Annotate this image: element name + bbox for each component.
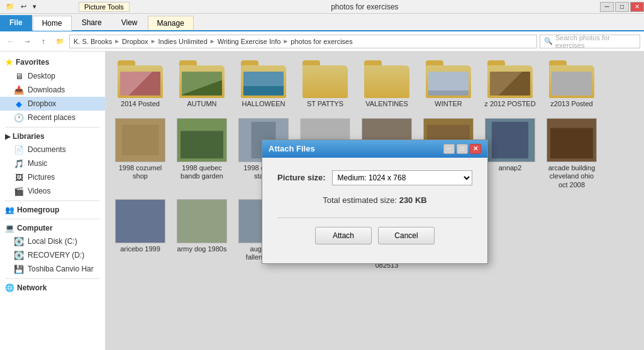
favorites-label: Favorites (16, 58, 49, 67)
documents-label: Documents (28, 145, 66, 154)
sidebar-item-videos[interactable]: 🎬 Videos (0, 184, 105, 198)
tab-home[interactable]: Home (33, 16, 72, 31)
network-label: Network (17, 283, 47, 292)
homegroup-header[interactable]: 👥 Homegroup (0, 204, 105, 216)
path-icon: 📁 (53, 35, 67, 48)
picture-size-label: Picture size: (277, 173, 326, 182)
sidebar-item-music[interactable]: 🎵 Music (0, 156, 105, 170)
breadcrumb-ks-brooks[interactable]: K. S. Brooks (74, 38, 112, 45)
sidebar-item-documents[interactable]: 📄 Documents (0, 143, 105, 156)
total-size-info: Total estimated size: 230 KB (277, 195, 472, 205)
ribbon: File Home Share View Manage (0, 14, 644, 31)
search-icon: 🔍 (544, 37, 553, 45)
picture-tools-label: Picture Tools (79, 2, 130, 12)
attach-files-dialog: Attach Files ─ □ ✕ Picture size: Medium:… (262, 139, 488, 264)
tab-share[interactable]: Share (72, 15, 111, 30)
folder-icon: 📁 (4, 3, 16, 11)
close-button[interactable]: ✕ (630, 2, 644, 12)
picture-size-row: Picture size: Medium: 1024 x 768 Small: … (277, 170, 472, 185)
favorites-header[interactable]: ★ Favorites (0, 55, 105, 69)
divider1 (5, 127, 100, 128)
minimize-button[interactable]: ─ (600, 2, 614, 12)
modal-minimize-button[interactable]: ─ (443, 144, 455, 154)
network-icon: 🌐 (5, 283, 14, 292)
sidebar-item-dropbox[interactable]: ◆ Dropbox (0, 97, 105, 111)
videos-icon: 🎬 (14, 186, 24, 196)
computer-label: Computer (17, 224, 53, 232)
libraries-icon: ▶ (5, 133, 10, 141)
divider2 (5, 200, 100, 201)
cancel-button[interactable]: Cancel (378, 227, 435, 244)
documents-icon: 📄 (14, 145, 24, 155)
total-size-label: Total estimated size: (323, 195, 397, 205)
window-controls: ─ □ ✕ (600, 2, 644, 12)
desktop-label: Desktop (28, 72, 55, 80)
downloads-icon: 📥 (14, 85, 24, 95)
pictures-label: Pictures (28, 173, 55, 182)
modal-title-controls: ─ □ ✕ (443, 144, 481, 154)
dropbox-label: Dropbox (28, 99, 56, 108)
modal-title-bar: Attach Files ─ □ ✕ (262, 140, 487, 158)
computer-header[interactable]: 💻 Computer (0, 222, 105, 234)
tab-file[interactable]: File (0, 15, 32, 30)
sidebar-item-toshiba[interactable]: 💾 Toshiba Canvio Har (0, 262, 105, 276)
sidebar-network: 🌐 Network (0, 282, 105, 294)
sidebar-favorites: ★ Favorites 🖥 Desktop 📥 Downloads ◆ Drop… (0, 55, 105, 124)
title-bar: 📁 ↩ ▾ Picture Tools photos for exercises… (0, 0, 644, 14)
modal-body: Picture size: Medium: 1024 x 768 Small: … (262, 158, 487, 263)
picture-size-select[interactable]: Medium: 1024 x 768 Small: 640 x 480 Larg… (332, 170, 472, 185)
maximize-button[interactable]: □ (615, 2, 629, 12)
sidebar-homegroup: 👥 Homegroup (0, 204, 105, 216)
breadcrumb-photos-for-exercises[interactable]: photos for exercises (291, 38, 352, 45)
breadcrumb-dropbox[interactable]: Dropbox (122, 38, 148, 45)
sidebar-item-recent-places[interactable]: 🕐 Recent places (0, 111, 105, 124)
recovery-disk-icon: 💽 (14, 250, 24, 260)
recovery-label: RECOVERY (D:) (28, 251, 84, 260)
music-icon: 🎵 (14, 158, 24, 168)
ribbon-tabs: File Home Share View Manage (0, 14, 644, 30)
divider4 (5, 278, 100, 279)
sep4: ► (282, 38, 289, 45)
total-size-value: 230 KB (399, 195, 427, 205)
dropdown-btn[interactable]: ▾ (31, 3, 38, 11)
recent-places-icon: 🕐 (14, 112, 24, 123)
modal-overlay: Attach Files ─ □ ✕ Picture size: Medium:… (106, 52, 644, 350)
desktop-icon: 🖥 (14, 71, 24, 81)
sidebar: ★ Favorites 🖥 Desktop 📥 Downloads ◆ Drop… (0, 52, 106, 350)
breadcrumb[interactable]: K. S. Brooks ► Dropbox ► Indies Unlimite… (69, 35, 537, 48)
sidebar-libraries: ▶ Libraries 📄 Documents 🎵 Music 🖼 Pictur… (0, 130, 105, 198)
back-button[interactable]: ← (4, 35, 18, 48)
toshiba-label: Toshiba Canvio Har (28, 265, 94, 273)
modal-close-button[interactable]: ✕ (470, 144, 481, 154)
videos-label: Videos (28, 187, 50, 195)
pictures-icon: 🖼 (14, 172, 24, 182)
sep1: ► (114, 38, 120, 45)
search-box[interactable]: 🔍 Search photos for exercises (540, 35, 640, 48)
sep3: ► (209, 38, 216, 45)
attach-button[interactable]: Attach (315, 227, 372, 244)
sidebar-item-local-disk[interactable]: 💽 Local Disk (C:) (0, 234, 105, 248)
undo-btn[interactable]: ↩ (19, 3, 28, 11)
forward-button[interactable]: → (20, 35, 34, 48)
address-bar: ← → ↑ 📁 K. S. Brooks ► Dropbox ► Indies … (0, 31, 644, 52)
recent-places-label: Recent places (28, 113, 75, 122)
dropbox-icon: ◆ (14, 99, 24, 109)
window-title: photos for exercises (130, 3, 600, 11)
sidebar-item-desktop[interactable]: 🖥 Desktop (0, 69, 105, 83)
modal-buttons: Attach Cancel (277, 227, 472, 251)
up-button[interactable]: ↑ (36, 35, 50, 48)
tab-view[interactable]: View (112, 15, 147, 30)
breadcrumb-writing-exercise-info[interactable]: Writing Exercise Info (218, 38, 281, 45)
sidebar-item-downloads[interactable]: 📥 Downloads (0, 83, 105, 97)
tab-manage[interactable]: Manage (148, 16, 194, 30)
sidebar-item-recovery[interactable]: 💽 RECOVERY (D:) (0, 248, 105, 262)
libraries-header[interactable]: ▶ Libraries (0, 130, 105, 143)
breadcrumb-indies-unlimited[interactable]: Indies Unlimited (158, 38, 208, 45)
modal-maximize-button[interactable]: □ (457, 144, 468, 154)
computer-icon: 💻 (5, 224, 14, 232)
search-placeholder: Search photos for exercises (555, 34, 636, 49)
sidebar-item-pictures[interactable]: 🖼 Pictures (0, 170, 105, 184)
modal-title: Attach Files (269, 144, 315, 153)
file-content: 2014 Posted AUTUMN HALLOWE (106, 52, 644, 350)
network-header[interactable]: 🌐 Network (0, 282, 105, 294)
